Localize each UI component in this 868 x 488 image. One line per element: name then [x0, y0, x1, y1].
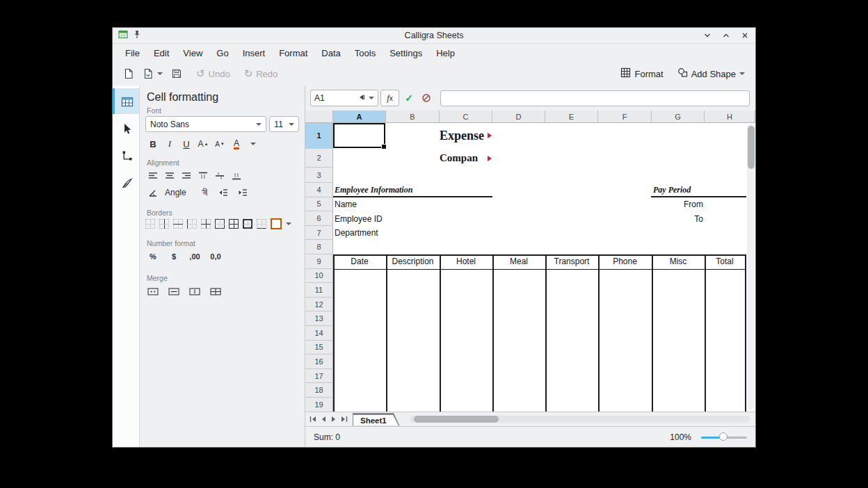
merge-horizontal-button[interactable] — [166, 284, 182, 299]
menu-tools[interactable]: Tools — [348, 46, 383, 60]
formula-input[interactable] — [440, 90, 750, 106]
close-button[interactable] — [740, 31, 750, 40]
menu-go[interactable]: Go — [209, 46, 235, 60]
row-header-4[interactable]: 4 — [305, 183, 333, 197]
horizontal-scrollbar-thumb[interactable] — [414, 416, 499, 423]
zoom-slider-knob[interactable] — [719, 432, 728, 441]
align-left-button[interactable] — [145, 168, 161, 184]
increase-precision-button[interactable]: ,00 — [187, 249, 202, 264]
align-top-button[interactable] — [195, 168, 211, 184]
minimize-button[interactable] — [702, 31, 712, 40]
font-size-select[interactable]: 11 — [269, 116, 299, 132]
vertical-scrollbar[interactable] — [747, 124, 755, 410]
merge-cells-button[interactable] — [145, 284, 161, 299]
titlebar[interactable]: Calligra Sheets — [113, 28, 755, 44]
column-header-f[interactable]: F — [598, 111, 652, 123]
row-header-1[interactable]: 1 — [305, 123, 333, 149]
border-vertical-button[interactable] — [159, 219, 169, 229]
horizontal-scrollbar[interactable] — [410, 416, 750, 423]
menu-edit[interactable]: Edit — [147, 46, 176, 60]
menu-file[interactable]: File — [118, 46, 147, 60]
increase-indent-button[interactable] — [235, 185, 250, 200]
border-thick-outline-button[interactable] — [243, 219, 252, 229]
column-header-h[interactable]: H — [705, 111, 755, 123]
row-header-18[interactable]: 18 — [305, 383, 333, 398]
row-header-9[interactable]: 9 — [305, 254, 333, 269]
cell-reference-combo[interactable]: A1 — [310, 90, 378, 106]
save-button[interactable] — [168, 65, 186, 82]
menu-view[interactable]: View — [176, 46, 209, 60]
bold-button[interactable]: B — [145, 136, 161, 152]
row-header-19[interactable]: 19 — [305, 398, 333, 412]
cancel-formula-button[interactable] — [419, 90, 434, 106]
menu-help[interactable]: Help — [429, 46, 462, 60]
column-header-e[interactable]: E — [545, 111, 598, 123]
apply-formula-button[interactable]: ✓ — [401, 90, 417, 106]
new-document-button[interactable] — [120, 65, 138, 82]
border-all-button[interactable] — [229, 219, 239, 229]
angle-icon[interactable] — [145, 185, 161, 200]
selected-cell-outline[interactable] — [333, 123, 385, 148]
merge-vertical-button[interactable] — [187, 284, 202, 299]
unmerge-cells-button[interactable] — [208, 284, 223, 299]
cell-tool-button[interactable] — [113, 88, 139, 114]
text-color-button[interactable]: A — [229, 136, 244, 152]
selection-handle[interactable] — [381, 144, 387, 149]
cells-canvas[interactable]: Expense Compan Employee Information Pay … — [333, 123, 746, 412]
align-middle-button[interactable] — [212, 168, 227, 184]
pin-icon[interactable] — [133, 29, 141, 42]
currency-format-button[interactable]: $ — [166, 249, 182, 264]
border-horizontal-button[interactable] — [173, 219, 183, 229]
menu-data[interactable]: Data — [314, 46, 347, 60]
font-family-select[interactable]: Noto Sans — [145, 116, 266, 132]
next-sheet-button[interactable] — [329, 414, 338, 425]
column-header-c[interactable]: C — [440, 111, 492, 123]
menu-insert[interactable]: Insert — [236, 46, 273, 60]
row-header-15[interactable]: 15 — [305, 341, 333, 355]
row-header-5[interactable]: 5 — [305, 197, 333, 212]
add-shape-button[interactable]: Add Shape — [674, 65, 748, 83]
connector-tool-button[interactable] — [113, 143, 139, 168]
decrease-indent-button[interactable] — [216, 185, 231, 200]
row-header-6[interactable]: 6 — [305, 211, 333, 226]
column-header-d[interactable]: D — [492, 111, 545, 123]
grow-font-button[interactable]: A▲ — [195, 136, 211, 152]
column-header-g[interactable]: G — [652, 111, 705, 123]
row-header-8[interactable]: 8 — [305, 240, 333, 254]
align-bottom-button[interactable] — [229, 168, 244, 184]
border-inner-button[interactable] — [201, 219, 211, 229]
border-more-caret[interactable] — [286, 222, 291, 225]
row-header-2[interactable]: 2 — [305, 149, 333, 168]
row-header-17[interactable]: 17 — [305, 369, 333, 384]
row-header-12[interactable]: 12 — [305, 298, 333, 312]
vertical-text-button[interactable]: ab — [196, 185, 211, 200]
menu-settings[interactable]: Settings — [383, 46, 429, 60]
border-none-button[interactable] — [145, 219, 155, 229]
row-header-3[interactable]: 3 — [305, 168, 333, 183]
underline-button[interactable]: U — [179, 136, 194, 152]
menu-format[interactable]: Format — [272, 46, 314, 60]
row-header-10[interactable]: 10 — [305, 269, 333, 284]
border-color-swatch[interactable] — [271, 218, 282, 229]
first-sheet-button[interactable] — [308, 414, 317, 425]
open-dropdown-caret[interactable] — [157, 72, 163, 75]
calligraphy-tool-button[interactable] — [113, 170, 139, 195]
sheet-grid[interactable]: A B C D E F G H 1 2 3 4 5 — [305, 111, 755, 412]
vertical-scrollbar-thumb[interactable] — [748, 126, 755, 169]
row-header-11[interactable]: 11 — [305, 283, 333, 298]
border-bottom-button[interactable] — [257, 219, 266, 229]
zoom-slider[interactable] — [701, 432, 747, 442]
maximize-button[interactable] — [721, 31, 731, 40]
italic-button[interactable]: I — [162, 136, 177, 152]
row-header-7[interactable]: 7 — [305, 226, 333, 241]
format-button[interactable]: Format — [617, 65, 666, 83]
row-header-16[interactable]: 16 — [305, 355, 333, 369]
border-outline-button[interactable] — [215, 219, 225, 229]
open-document-button[interactable] — [139, 65, 166, 82]
percent-format-button[interactable]: % — [145, 249, 161, 264]
previous-sheet-button[interactable] — [319, 414, 328, 425]
function-button[interactable]: fx — [380, 90, 399, 106]
select-all-corner[interactable] — [305, 111, 333, 123]
font-more-button[interactable] — [246, 136, 261, 152]
redo-button[interactable]: ↻ Redo — [241, 66, 282, 82]
